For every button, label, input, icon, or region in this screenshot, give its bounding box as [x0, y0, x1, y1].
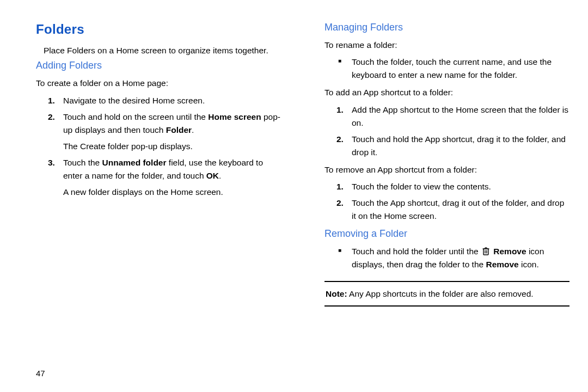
subheading-managing-folders: Managing Folders — [324, 22, 577, 33]
step-number: 1. — [336, 180, 344, 193]
rename-bullet: Touch the folder, touch the current name… — [336, 56, 577, 82]
note-label: Note: — [326, 289, 347, 298]
step-sub-text: The Create folder pop-up displays. — [63, 140, 281, 153]
bullet-text: Touch the folder, touch the current name… — [352, 57, 552, 79]
text-part: Touch and hold the folder until the — [352, 247, 481, 256]
bold-text: Unnamed folder — [102, 158, 167, 167]
rename-bullet-list: Touch the folder, touch the current name… — [336, 56, 577, 82]
trash-icon — [482, 247, 490, 256]
page-number: 47 — [36, 369, 45, 378]
subheading-adding-folders: Adding Folders — [36, 60, 289, 71]
intro-text: Place Folders on a Home screen to organi… — [44, 45, 289, 57]
step-1: 1. Navigate to the desired Home screen. — [48, 94, 289, 107]
step-text-part: Touch the — [63, 158, 102, 167]
rename-lead-text: To rename a folder: — [324, 39, 577, 51]
bold-text: Remove — [493, 247, 526, 256]
add-shortcut-lead-text: To add an App shortcut to a folder: — [324, 86, 577, 99]
remove-step-2: 2. Touch the App shortcut, drag it out o… — [336, 197, 577, 223]
step-number: 2. — [336, 197, 344, 210]
step-text-part: . — [192, 125, 194, 134]
note-text: Any App shortcuts in the folder are also… — [347, 289, 534, 298]
step-text: Touch the folder to view the contents. — [352, 182, 491, 191]
step-text-part: . — [219, 171, 221, 180]
step-number: 3. — [48, 156, 55, 169]
step-text: Navigate to the desired Home screen. — [63, 96, 205, 105]
adding-lead-text: To create a folder on a Home page: — [36, 77, 289, 89]
bold-text: OK — [206, 171, 219, 180]
remove-step-1: 1. Touch the folder to view the contents… — [336, 180, 577, 193]
main-heading-folders: Folders — [36, 22, 289, 37]
note-box: Note: Any App shortcuts in the folder ar… — [324, 281, 569, 307]
right-column: Managing Folders To rename a folder: Tou… — [299, 22, 577, 307]
add-shortcut-list: 1. Add the App shortcut to the Home scre… — [336, 103, 577, 159]
step-text: Touch and hold the App shortcut, drag it… — [352, 134, 566, 157]
svg-rect-0 — [483, 249, 488, 255]
removing-bullet: Touch and hold the folder until the Remo… — [336, 245, 577, 271]
bold-text: Folder — [166, 125, 192, 134]
text-part: icon. — [519, 260, 539, 269]
add-step-2: 2. Touch and hold the App shortcut, drag… — [336, 133, 577, 159]
step-3: 3. Touch the Unnamed folder field, use t… — [48, 156, 289, 199]
step-text: Touch the App shortcut, drag it out of t… — [352, 198, 564, 220]
left-column: Folders Place Folders on a Home screen t… — [11, 22, 289, 307]
step-text-part: Touch and hold on the screen until the — [63, 112, 208, 121]
step-2: 2. Touch and hold on the screen until th… — [48, 111, 289, 153]
step-number: 1. — [48, 94, 55, 107]
subheading-removing-folder: Removing a Folder — [324, 228, 577, 240]
add-step-1: 1. Add the App shortcut to the Home scre… — [336, 103, 577, 130]
step-number: 2. — [336, 133, 344, 146]
step-number: 2. — [48, 111, 55, 124]
adding-steps-list: 1. Navigate to the desired Home screen. … — [48, 94, 289, 199]
step-number: 1. — [336, 103, 344, 117]
bold-text: Home screen — [208, 112, 261, 121]
page-columns: Folders Place Folders on a Home screen t… — [11, 22, 577, 307]
remove-shortcut-lead-text: To remove an App shortcut from a folder: — [324, 163, 577, 176]
bold-text: Remove — [486, 260, 518, 269]
step-text: Add the App shortcut to the Home screen … — [352, 105, 568, 127]
remove-shortcut-list: 1. Touch the folder to view the contents… — [336, 180, 577, 223]
removing-bullet-list: Touch and hold the folder until the Remo… — [336, 245, 577, 271]
step-sub-text: A new folder displays on the Home screen… — [63, 186, 281, 199]
